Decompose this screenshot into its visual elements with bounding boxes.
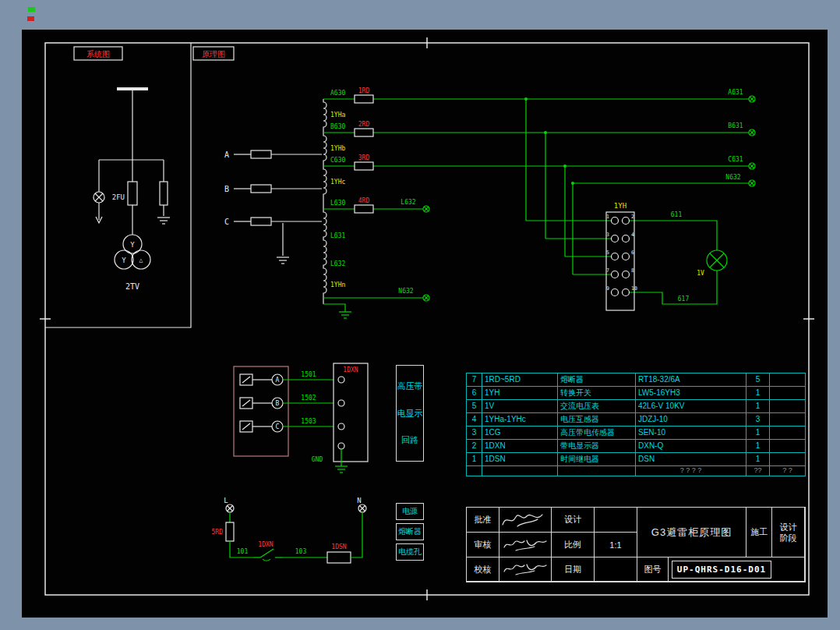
caption-line: 电显示 [397,408,423,419]
relay-1dsn-symbol [327,552,351,563]
node-l630: L630 [330,200,345,207]
pt-cell: 熔断器 [558,373,636,387]
winding-1yhc: 1YHc [330,179,345,186]
svg-text:7: 7 [606,267,609,274]
node-a631: A631 [728,89,743,96]
svg-text:C: C [276,423,280,430]
svg-text:2: 2 [631,214,634,220]
phase-a-label: A [224,150,229,159]
drawing-number-cell: 图号 UP-QHRS-D16-D01 [637,557,805,582]
node-a630: A630 [330,90,345,97]
pt-footer-cell [558,466,636,476]
pt-cell: 7 [467,373,482,387]
svg-text:B: B [276,400,280,407]
right-edge-terminals: A631 B631 C631 N632 [725,89,755,186]
pt-cell [770,373,805,387]
title-block: 批准 设计 G3避雷柜原理图 施工 设计 阶段 审核 比例 1:1 校核 日期 [466,507,806,582]
pt-footer-cell: ?? [746,466,770,476]
pt-footer-cell [482,466,558,476]
drawing-title: G3避雷柜原理图 [637,508,746,557]
approve-label: 批准 [467,508,499,533]
display-unit-label: 1DXN [343,366,358,373]
pt-cell: LW5-16YH3 [636,387,746,400]
pt-cell: 6 [467,387,482,400]
review-label: 审核 [467,533,499,557]
svg-text:5: 5 [606,250,609,256]
pt-cell [770,413,805,426]
wire-1501-label: 1501 [301,371,316,378]
svg-text:9: 9 [606,285,609,292]
pt-cell [770,440,805,453]
fuse-1rd-label: 1RD [358,87,370,94]
scale-label: 比例 [552,533,595,557]
schematic-view-label: 原理图 [202,50,225,58]
svg-text:N632: N632 [398,288,413,295]
voltmeter-1v: 1V [697,250,727,277]
wire-1503-label: 1503 [301,418,316,425]
approve-signature [499,508,552,533]
node-b631: B631 [728,122,743,129]
system-view-divider [45,43,191,327]
svg-text:1: 1 [606,214,609,220]
wye-symbol: Y [122,257,126,264]
legend-power-box: 电源 [396,503,424,520]
pt-cell: 1 [467,453,482,466]
pt-cell: 1V [482,400,558,413]
parts-table: 7 1RD~5RD 熔断器 RT18-32/6A 5 6 1YH 转换开关 LW… [466,373,806,476]
node-c630: C630 [330,157,345,164]
node-103: 103 [295,548,307,555]
pt-cell: 5 [467,400,482,413]
check-signature [499,557,552,582]
node-b630: B630 [330,123,345,130]
primary-lines [234,150,322,264]
design-label: 设计 [552,508,595,533]
control-circuit: L N 5RD 101 1DXN 103 1DSN [212,497,366,563]
drawing-number: UP-QHRS-D16-D01 [672,561,771,579]
pt-cell: 1YHa-1YHc [482,413,558,426]
pt-cell: 交流电压表 [558,400,636,413]
gnd-label: GND [312,456,323,463]
switch-1dxn-contact [253,549,283,561]
voltmeter-label: 1V [697,270,704,277]
pt-schematic: A B C [224,87,755,318]
date-value [595,557,637,582]
node-l632: L632 [330,260,345,267]
wire-617-label: 617 [678,296,690,303]
terminal-block-1yh: 1YH 1 2 3 4 5 6 7 8 9 10 [606,202,637,310]
phase-b-label: B [224,185,229,193]
svg-text:4: 4 [631,232,634,238]
legend-cable-box: 电缆孔 [396,543,424,561]
fuse-2fu-label: 2FU [112,193,125,201]
pt-cell: 5 [746,373,770,387]
delta-symbol: △ [139,257,143,264]
svg-text:A: A [276,377,280,384]
fuse-4rd-label: 4RD [358,197,370,204]
check-label: 校核 [467,557,499,582]
pt-cell: 4 [467,413,482,426]
pt-cell [770,400,805,413]
hv-display-caption: 高压带 电显示 回路 [396,365,424,462]
n632-terminal: N632 [398,288,429,301]
n-terminal: N [357,497,366,512]
pt-cell: 3 [467,426,482,440]
pt-cell: RT18-32/6A [636,373,746,387]
pt-cell: 1YH [482,387,558,400]
fuse-5rd-symbol [226,522,234,541]
stage-label: 设计 阶段 [772,508,805,557]
pt-cell: DSN [636,453,746,466]
pt-cell: 转换开关 [558,387,636,400]
pt-cell: SEN-10 [636,426,746,440]
node-101: 101 [237,548,249,555]
phase-c-label: C [224,218,229,226]
pt-cell: 时间继电器 [558,453,636,466]
svg-text:10: 10 [631,285,637,292]
pt-cell [770,453,805,466]
preview-artifact-marks [27,7,35,21]
svg-text:L632: L632 [401,199,415,206]
pt-cell: 电压互感器 [558,413,636,426]
scale-value: 1:1 [595,533,637,557]
svg-text:N: N [357,497,361,504]
stage-value: 施工 [746,508,772,557]
winding-1yhn: 1YHn [330,281,345,288]
l632-terminal: L632 [401,199,429,212]
